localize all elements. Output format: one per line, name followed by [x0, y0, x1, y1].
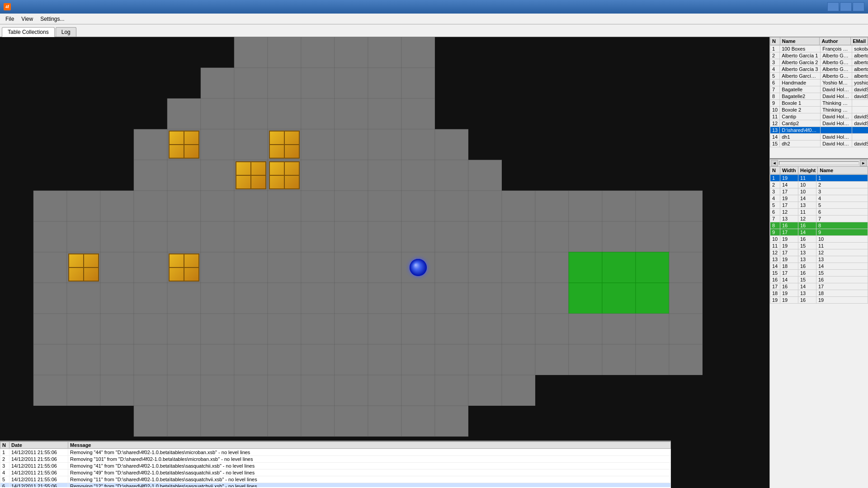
titlebar-controls — [827, 2, 864, 11]
collections-hscrollbar[interactable]: ◄ ► — [770, 159, 868, 166]
collection-row[interactable]: 2Alberto García 1Alberto Garcíaalberto — [770, 52, 868, 59]
collection-row[interactable]: 4Alberto García 3Alberto Garcíaalberto — [770, 66, 868, 73]
collections-table: N Name Author EMail 1100 BoxesFrançoi — [770, 37, 868, 159]
col-author: Author — [820, 38, 851, 45]
level-row[interactable]: 119111 — [770, 175, 868, 182]
log-row[interactable]: 214/12/2011 21:55:06Removing "101" from … — [0, 456, 671, 463]
log-tbody: 114/12/2011 21:55:06Removing "44" from "… — [0, 449, 671, 488]
log-row[interactable]: 514/12/2011 21:55:06Removing "11" from "… — [0, 476, 671, 483]
level-row[interactable]: 17161417 — [770, 283, 868, 290]
level-row[interactable]: 12171312 — [770, 249, 868, 256]
collection-row[interactable]: 10Boxole 2Thinking Rabbit,... — [770, 107, 868, 113]
level-row[interactable]: 917149 — [770, 229, 868, 236]
collection-row[interactable]: 3Alberto García 2Alberto Garcíaalberto — [770, 59, 868, 66]
levels-data-table: 1191112141023171034191445171356121167131… — [770, 174, 868, 304]
col-n: N — [770, 38, 780, 45]
level-col-name: Name — [818, 167, 868, 174]
collection-row[interactable]: 14dh1David Holland — [770, 134, 868, 141]
collection-row[interactable]: 9Boxole 1Thinking Rabbit,... — [770, 100, 868, 107]
log-panel: N Date Message 114/12/2011 21:55:06Remov… — [0, 441, 671, 488]
collection-row[interactable]: 1100 BoxesFrançois Marquessokoba — [770, 46, 868, 52]
game-area[interactable]: N Date Message 114/12/2011 21:55:06Remov… — [0, 37, 769, 488]
levels-header-table: N Width Height Name — [770, 166, 868, 174]
log-row[interactable]: 614/12/2011 21:55:06Removing "12" from "… — [0, 483, 671, 488]
main-content: N Date Message 114/12/2011 21:55:06Remov… — [0, 37, 868, 488]
log-table: N Date Message — [0, 441, 671, 449]
collection-row[interactable]: 6HandmadeYoshio Muraseyoshio — [770, 80, 868, 86]
collection-row[interactable]: 12Cantip2David HollanddavidS — [770, 120, 868, 127]
level-row[interactable]: 11191511 — [770, 243, 868, 249]
level-col-height: Height — [798, 167, 818, 174]
level-row[interactable]: 18191318 — [770, 290, 868, 297]
tab-table-collections[interactable]: Table Collections — [2, 27, 55, 37]
levels-panel: N Width Height Name 11911121410231710 — [770, 166, 868, 488]
levels-tbody: 1191112141023171034191445171356121167131… — [770, 175, 868, 304]
log-row[interactable]: 314/12/2011 21:55:06Removing "41" from "… — [0, 463, 671, 469]
level-row[interactable]: 15171615 — [770, 270, 868, 277]
level-col-width: Width — [780, 167, 798, 174]
log-col-date: Date — [9, 442, 68, 449]
collection-row[interactable]: 15dh2David HollanddavidS — [770, 141, 868, 147]
col-name: Name — [780, 38, 820, 45]
collections-header-table: N Name Author EMail — [770, 37, 868, 45]
collection-row[interactable]: 8Bagatelle2David HollanddavidS — [770, 93, 868, 100]
levels-scroll[interactable]: 1191112141023171034191445171356121167131… — [770, 174, 868, 488]
collections-tbody: 1100 BoxesFrançois Marquessokoba2Alberto… — [770, 46, 868, 147]
level-row[interactable]: 16141516 — [770, 277, 868, 283]
collection-row[interactable]: 5Alberto García B...Alberto Garcíaalbert… — [770, 73, 868, 80]
close-button[interactable] — [853, 2, 864, 11]
level-row[interactable]: 10191610 — [770, 236, 868, 243]
toolbar: Table Collections Log — [0, 24, 868, 37]
game-canvas — [0, 37, 769, 488]
level-col-n: N — [770, 167, 780, 174]
right-panel: N Name Author EMail 1100 BoxesFrançoi — [769, 37, 868, 488]
log-row[interactable]: 414/12/2011 21:55:06Removing "49" from "… — [0, 469, 671, 476]
collection-row[interactable]: 7BagatelleDavid HollanddavidS — [770, 86, 868, 93]
level-row[interactable]: 816168 — [770, 222, 868, 229]
log-scroll[interactable]: 114/12/2011 21:55:06Removing "44" from "… — [0, 449, 671, 487]
tab-log[interactable]: Log — [56, 27, 76, 37]
log-col-message: Message — [68, 442, 671, 449]
col-email: EMail — [851, 38, 868, 45]
level-row[interactable]: 19191619 — [770, 297, 868, 304]
log-row[interactable]: 114/12/2011 21:55:06Removing "44" from "… — [0, 449, 671, 456]
maximize-button[interactable] — [840, 2, 852, 11]
level-row[interactable]: 419144 — [770, 195, 868, 202]
scroll-track[interactable] — [779, 161, 859, 165]
collection-row[interactable]: 11CantipDavid HollanddavidS — [770, 113, 868, 120]
menu-file[interactable]: File — [2, 15, 18, 23]
titlebar: 4f — [0, 0, 868, 14]
minimize-button[interactable] — [827, 2, 839, 11]
collections-data-table: 1100 BoxesFrançois Marquessokoba2Alberto… — [770, 45, 868, 147]
collection-row[interactable]: 13D:\shared\4f02-... — [770, 127, 868, 134]
level-row[interactable]: 13191313 — [770, 256, 868, 263]
menu-view[interactable]: View — [18, 15, 37, 23]
level-row[interactable]: 317103 — [770, 188, 868, 195]
log-col-n: N — [0, 442, 9, 449]
app-icon: 4f — [4, 3, 11, 10]
titlebar-left: 4f — [4, 3, 14, 10]
log-data-table: 114/12/2011 21:55:06Removing "44" from "… — [0, 449, 671, 487]
scroll-right-arrow[interactable]: ► — [860, 160, 867, 166]
collections-scroll[interactable]: 1100 BoxesFrançois Marquessokoba2Alberto… — [770, 45, 868, 148]
level-row[interactable]: 214102 — [770, 182, 868, 188]
level-row[interactable]: 612116 — [770, 209, 868, 216]
level-row[interactable]: 14181614 — [770, 263, 868, 270]
menu-settings[interactable]: Settings... — [37, 15, 68, 23]
level-row[interactable]: 517135 — [770, 202, 868, 209]
level-row[interactable]: 713127 — [770, 216, 868, 222]
scroll-left-arrow[interactable]: ◄ — [771, 160, 778, 166]
menubar: File View Settings... — [0, 14, 868, 24]
